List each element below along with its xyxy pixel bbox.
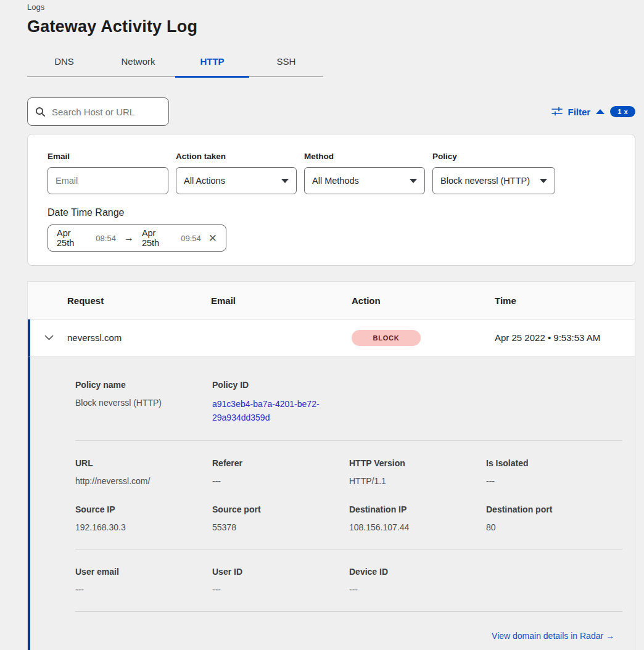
referer-value: --- xyxy=(212,476,349,486)
tab-http[interactable]: HTTP xyxy=(175,50,249,76)
start-date: Apr 25th xyxy=(57,228,90,248)
referer-label: Referer xyxy=(212,458,349,468)
detail-url: URL http://neverssl.com/ xyxy=(75,458,212,486)
email-filter-field[interactable] xyxy=(47,167,168,194)
detail-device-id: Device ID --- xyxy=(349,567,486,594)
page-title: Gateway Activity Log xyxy=(27,17,635,36)
breadcrumb: Logs xyxy=(27,0,635,12)
toolbar: Filter 1 x xyxy=(27,97,635,126)
is-isolated-label: Is Isolated xyxy=(486,458,623,468)
email-filter-input[interactable] xyxy=(56,176,160,186)
column-header-action: Action xyxy=(352,295,495,306)
detail-source-port: Source port 55378 xyxy=(212,504,349,532)
user-email-value: --- xyxy=(75,585,212,594)
activity-log-table: Request Email Action Time neverssl.com B… xyxy=(27,281,635,650)
row-action: BLOCK xyxy=(352,330,495,346)
chevron-down-icon xyxy=(540,179,547,183)
chevron-down-icon xyxy=(281,179,289,183)
row-details-panel: Policy name Block neverssl (HTTP) Policy… xyxy=(28,356,635,650)
row-time: Apr 25 2022 • 9:53:53 AM xyxy=(495,332,635,343)
method-value: All Methods xyxy=(312,176,359,186)
block-action-badge: BLOCK xyxy=(352,330,421,346)
collapse-row-chevron-icon[interactable] xyxy=(44,335,54,340)
user-id-label: User ID xyxy=(212,567,349,577)
destination-port-label: Destination port xyxy=(486,504,623,514)
action-taken-value: All Actions xyxy=(184,176,225,186)
detail-policy-id: Policy ID a91c3eb4-ba7a-4201-be72-29a934… xyxy=(212,380,349,424)
url-label: URL xyxy=(75,458,212,468)
policy-label: Policy xyxy=(432,152,555,161)
column-header-time: Time xyxy=(495,295,635,306)
filter-icon xyxy=(551,107,563,117)
caret-up-icon[interactable] xyxy=(596,109,605,114)
search-input[interactable] xyxy=(52,107,161,117)
end-date: Apr 25th xyxy=(142,228,175,248)
detail-source-ip: Source IP 192.168.30.3 xyxy=(75,504,212,532)
url-value: http://neverssl.com/ xyxy=(75,476,212,486)
divider xyxy=(75,611,622,612)
column-header-request: Request xyxy=(67,295,211,306)
filter-count-badge[interactable]: 1 x xyxy=(610,106,635,117)
policy-value: Block neverssl (HTTP) xyxy=(440,176,530,186)
filter-panel: Email Action taken All Actions Method Al… xyxy=(27,134,635,266)
policy-select[interactable]: Block neverssl (HTTP) xyxy=(432,167,555,194)
action-taken-select[interactable]: All Actions xyxy=(176,167,297,194)
tab-dns[interactable]: DNS xyxy=(27,50,101,76)
start-time: 08:54 xyxy=(96,234,116,243)
table-row[interactable]: neverssl.com BLOCK Apr 25 2022 • 9:53:53… xyxy=(28,319,635,356)
device-id-label: Device ID xyxy=(349,567,486,577)
detail-referer: Referer --- xyxy=(212,458,349,486)
log-type-tabs: DNS Network HTTP SSH xyxy=(27,50,323,77)
detail-destination-ip: Destination IP 108.156.107.44 xyxy=(349,504,486,532)
tab-network[interactable]: Network xyxy=(101,50,175,76)
user-email-label: User email xyxy=(75,567,212,577)
tab-ssh[interactable]: SSH xyxy=(249,50,323,76)
table-header: Request Email Action Time xyxy=(28,282,635,319)
destination-ip-label: Destination IP xyxy=(349,504,486,514)
clear-date-icon[interactable]: ✕ xyxy=(208,233,217,244)
policy-name-value: Block neverssl (HTTP) xyxy=(75,398,212,408)
device-id-value: --- xyxy=(349,585,486,594)
http-version-label: HTTP Version xyxy=(349,458,486,468)
divider xyxy=(75,440,622,441)
email-filter-label: Email xyxy=(47,152,168,161)
method-select[interactable]: All Methods xyxy=(304,167,425,194)
date-range-picker[interactable]: Apr 25th 08:54 → Apr 25th 09:54 ✕ xyxy=(47,224,226,252)
policy-name-label: Policy name xyxy=(75,380,212,390)
destination-port-value: 80 xyxy=(486,522,623,532)
divider xyxy=(75,549,622,549)
user-id-value: --- xyxy=(212,585,349,594)
detail-http-version: HTTP Version HTTP/1.1 xyxy=(349,458,486,486)
detail-is-isolated: Is Isolated --- xyxy=(486,458,623,486)
search-icon xyxy=(35,107,46,117)
detail-user-email: User email --- xyxy=(75,567,212,594)
source-port-label: Source port xyxy=(212,504,349,514)
row-request: neverssl.com xyxy=(67,332,211,343)
filter-toggle-button[interactable]: Filter xyxy=(568,107,591,117)
arrow-right-icon: → xyxy=(122,232,136,244)
destination-ip-value: 108.156.107.44 xyxy=(349,522,486,532)
search-box[interactable] xyxy=(27,97,169,126)
is-isolated-value: --- xyxy=(486,476,623,486)
filter-controls: Filter 1 x xyxy=(551,106,635,117)
view-radar-link[interactable]: View domain details in Radar → xyxy=(492,631,614,641)
source-ip-value: 192.168.30.3 xyxy=(75,522,212,532)
column-header-email: Email xyxy=(211,295,352,306)
chevron-down-icon xyxy=(410,179,417,183)
policy-id-label: Policy ID xyxy=(212,380,349,390)
detail-destination-port: Destination port 80 xyxy=(486,504,623,532)
http-version-value: HTTP/1.1 xyxy=(349,476,486,486)
source-port-value: 55378 xyxy=(212,522,349,532)
policy-id-link[interactable]: a91c3eb4-ba7a-4201-be72-29a934dd359d xyxy=(212,398,332,424)
detail-user-id: User ID --- xyxy=(212,567,349,594)
detail-policy-name: Policy name Block neverssl (HTTP) xyxy=(75,380,212,424)
source-ip-label: Source IP xyxy=(75,504,212,514)
end-time: 09:54 xyxy=(181,234,201,243)
date-range-label: Date Time Range xyxy=(47,207,125,218)
method-label: Method xyxy=(304,152,425,161)
action-taken-label: Action taken xyxy=(176,152,297,161)
